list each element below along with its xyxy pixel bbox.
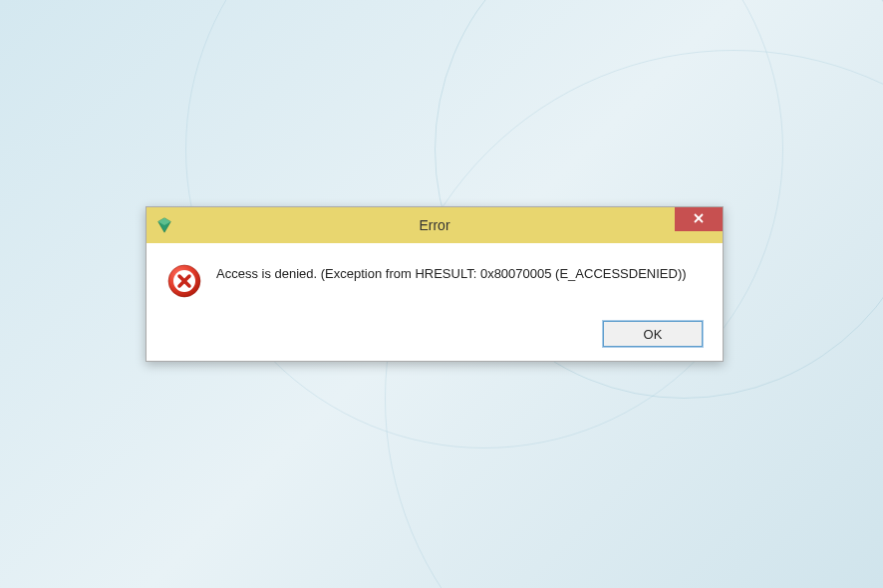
close-icon xyxy=(693,210,705,228)
dialog-body: Access is denied. (Exception from HRESUL… xyxy=(147,243,723,361)
dialog-titlebar[interactable]: Error xyxy=(147,207,723,243)
error-icon xyxy=(166,263,202,299)
app-icon xyxy=(154,215,174,235)
dialog-content-row: Access is denied. (Exception from HRESUL… xyxy=(166,263,703,299)
error-message: Access is denied. (Exception from HRESUL… xyxy=(216,263,687,283)
ok-button[interactable]: OK xyxy=(603,321,703,347)
close-button[interactable] xyxy=(675,207,723,231)
dialog-button-row: OK xyxy=(166,321,703,347)
dialog-title: Error xyxy=(419,217,449,233)
error-dialog: Error xyxy=(146,206,724,362)
